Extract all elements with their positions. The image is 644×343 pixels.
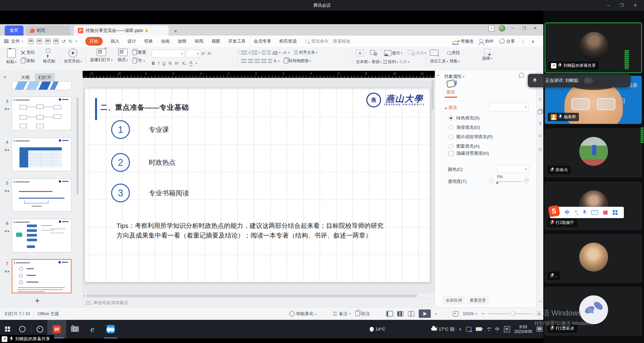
ribbon-tab-6[interactable]: 放映: [178, 38, 187, 44]
copy-style-dock-icon[interactable]: [538, 110, 542, 114]
transparency-minus-icon[interactable]: −: [489, 178, 494, 183]
ribbon-tab-10[interactable]: 会员专享: [254, 38, 271, 44]
fill-option-radio[interactable]: [449, 116, 453, 120]
shrink-font-icon[interactable]: A⁻: [208, 51, 212, 56]
sogou-logo-icon[interactable]: S: [548, 205, 560, 217]
picture-button[interactable]: 图片▾: [384, 50, 403, 56]
fill-tab-icon[interactable]: [446, 80, 456, 88]
tab-outline[interactable]: 大纲: [17, 73, 33, 82]
ime-pinyin-icon[interactable]: 拼: [504, 326, 510, 332]
ribbon-tab-2[interactable]: 插入: [111, 38, 120, 44]
bullets-icon[interactable]: [241, 51, 247, 54]
tab-slides[interactable]: 幻灯片: [35, 73, 55, 82]
slide-item-3[interactable]: 3专业书籍阅读: [111, 184, 189, 202]
hide-bg-checkbox-row[interactable]: 隐藏背景图形(H): [449, 150, 489, 156]
fill-option-row[interactable]: 渐变填充(G): [449, 125, 493, 131]
ribbon-tab-9[interactable]: 开发工具: [228, 38, 246, 44]
paste-button[interactable]: 粘贴▾: [3, 49, 19, 65]
quick-more-icon[interactable]: ▾: [76, 40, 77, 43]
wifi-icon[interactable]: [486, 328, 491, 331]
smart-graphic-button[interactable]: 转智能图形▾: [284, 58, 311, 64]
replace-button[interactable]: 替换▾: [450, 58, 460, 64]
text-box-button[interactable]: 文本框▾: [356, 59, 370, 65]
zoom-slider-thumb[interactable]: [510, 311, 515, 316]
zoom-out-icon[interactable]: −: [481, 311, 485, 317]
slide-tips-text[interactable]: Tips：考察利用所学知识分析时政热点的能力，建议这两部分结合起来看；目标院校导…: [117, 221, 385, 240]
text-box-icon[interactable]: A: [356, 50, 364, 56]
beautify-button[interactable]: 智能美化▴: [290, 311, 317, 317]
zoom-in-icon[interactable]: +: [538, 311, 541, 316]
ime-chinese-mode-icon[interactable]: 中: [565, 209, 570, 216]
slideshow-button[interactable]: [419, 309, 431, 318]
current-slide[interactable]: 二、重点准备——专业基础 燕 燕山大學 YANSHAN UNIVERSITY 1…: [85, 89, 430, 282]
fill-option-row[interactable]: 图案填充(A): [449, 143, 493, 149]
effects-dock-icon[interactable]: ☆: [538, 97, 543, 102]
transparency-marker[interactable]: [496, 182, 499, 184]
scroll-left-icon[interactable]: ◂: [83, 294, 85, 297]
taskbar-ie-app[interactable]: e: [84, 320, 101, 338]
slide-item-2[interactable]: 2时政热点: [111, 153, 176, 172]
panel-collapse-icon[interactable]: ▲: [436, 73, 440, 77]
collaborate-button[interactable]: 协作: [479, 38, 494, 44]
layout-button[interactable]: 版式▾: [116, 49, 130, 63]
horizontal-ruler[interactable]: 12108642024681012: [83, 71, 434, 78]
new-tab-button[interactable]: +: [174, 30, 177, 33]
font-family-select[interactable]: ▾: [152, 50, 185, 57]
slide-thumbnail-3[interactable]: [12, 97, 72, 130]
undo-icon[interactable]: ↺: [62, 39, 66, 44]
slide-thumbnail-partial[interactable]: [12, 81, 72, 90]
distribute-icon[interactable]: [268, 59, 272, 63]
play-current-button[interactable]: 当页开始▾: [62, 49, 83, 64]
line-spacing-icon[interactable]: ⇅: [273, 59, 277, 63]
zoom-level[interactable]: 101%▾: [463, 311, 477, 316]
participant-tile-3[interactable]: 田春元: [545, 129, 642, 177]
taskbar-meeting-app[interactable]: [101, 320, 120, 338]
fill-section-header[interactable]: ◢填充: [445, 105, 457, 111]
add-slide-button[interactable]: +: [35, 296, 40, 305]
normal-view-icon[interactable]: [386, 311, 393, 316]
modified-status[interactable]: 有修改: [453, 38, 473, 44]
ime-skin-icon[interactable]: [603, 210, 608, 215]
document-tab[interactable]: P 经验分享交流会——保研.pptx: [74, 26, 169, 36]
fill-tab-label[interactable]: 填充: [446, 89, 455, 95]
fill-option-radio[interactable]: [449, 144, 453, 149]
panel-scrollbar[interactable]: [77, 97, 79, 195]
save-icon[interactable]: [28, 39, 34, 44]
share-button[interactable]: 分享: [500, 38, 515, 44]
apply-all-button[interactable]: 全部应用: [444, 297, 464, 304]
shape-button[interactable]: 形状▾: [372, 59, 382, 65]
print-icon[interactable]: [45, 39, 50, 44]
reset-button[interactable]: 重置: [132, 50, 146, 55]
notification-center-icon[interactable]: [537, 327, 543, 332]
fill-option-radio[interactable]: [449, 135, 453, 139]
resources-dock-icon[interactable]: ◇: [538, 146, 543, 151]
wps-restore-icon[interactable]: ❐: [521, 26, 527, 31]
ime-punctuation-icon[interactable]: °,: [575, 210, 578, 215]
char-spacing-icon[interactable]: AB: [272, 50, 278, 55]
slide-thumbnail-5[interactable]: [12, 179, 72, 211]
increase-indent-icon[interactable]: [267, 51, 271, 54]
subscript-button[interactable]: X₂: [182, 61, 187, 66]
align-text-button[interactable]: 对齐文本▾: [294, 50, 317, 55]
align-left-icon[interactable]: [241, 59, 246, 63]
text-direction-icon[interactable]: ↕A: [282, 50, 287, 55]
slide-thumbnail-4[interactable]: [12, 138, 72, 171]
skin-dock-icon[interactable]: ☺: [538, 133, 543, 138]
justify-icon[interactable]: [261, 59, 267, 63]
notes-bar[interactable]: 单击此处添加备注: [82, 298, 435, 307]
participant-tile-6[interactable]: 行1曹若冰: [545, 287, 642, 336]
collapse-ribbon-icon[interactable]: ∧: [531, 39, 535, 44]
fill-option-row[interactable]: 纯色填充(S): [449, 115, 493, 121]
fill-option-radio[interactable]: [449, 125, 453, 130]
help-dock-icon[interactable]: ?: [538, 121, 543, 127]
hidden-icons-chevron[interactable]: ∧: [459, 327, 462, 331]
maximize-icon[interactable]: ❐: [615, 3, 629, 8]
weather-widget[interactable]: 17°C阴: [431, 326, 455, 332]
ribbon-tab-5[interactable]: 动画: [161, 38, 170, 44]
collapse-panel-icon[interactable]: «: [3, 74, 6, 80]
ribbon-tab-3[interactable]: 设计: [128, 38, 136, 44]
ime-voice-icon[interactable]: [583, 210, 586, 215]
slide-thumbnail-7[interactable]: [12, 259, 72, 293]
dock-more-icon[interactable]: ⋯: [538, 299, 543, 304]
reset-background-button[interactable]: 重置背景: [467, 297, 488, 304]
